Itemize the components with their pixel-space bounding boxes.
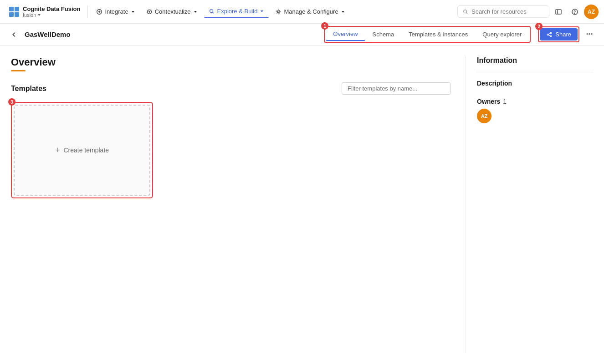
left-panel: Overview Templates 3 + Create template (11, 56, 451, 353)
app-title: Cognite Data Fusion (23, 5, 80, 13)
svg-point-1 (210, 9, 213, 12)
svg-point-9 (550, 32, 552, 34)
nav-integrate[interactable]: Integrate (92, 5, 139, 18)
back-button[interactable] (7, 30, 21, 40)
nav-explore-build[interactable]: Explore & Build (204, 5, 269, 18)
share-button[interactable]: Share (540, 28, 578, 40)
description-label: Description (477, 80, 593, 87)
filter-templates-input[interactable] (348, 85, 445, 92)
tab-query-explorer[interactable]: Query explorer (475, 28, 529, 40)
more-options-button[interactable]: ··· (582, 27, 597, 42)
main-content: Overview Templates 3 + Create template I… (0, 46, 604, 364)
owner-avatar[interactable]: AZ (477, 109, 491, 123)
overview-underline (11, 70, 26, 71)
help-btn[interactable] (568, 5, 582, 19)
tab-overview[interactable]: Overview (326, 28, 365, 41)
template-card-wrapper: 3 + Create template (11, 102, 153, 198)
user-avatar[interactable]: AZ (584, 5, 599, 19)
plus-icon: + (55, 146, 60, 155)
owners-count: 1 (503, 98, 507, 105)
share-icon (546, 31, 553, 38)
second-navigation: GasWellDemo 1 Overview Schema Templates … (0, 24, 604, 46)
create-template-label: Create template (63, 147, 109, 154)
nav-contextualize[interactable]: Contextualize (142, 5, 202, 18)
logo-area[interactable]: Cognite Data Fusion fusion (5, 5, 84, 18)
nav-manage-configure[interactable]: Manage & Configure (271, 5, 349, 18)
svg-rect-4 (556, 10, 561, 14)
templates-header: Templates (11, 82, 451, 95)
svg-point-2 (277, 10, 279, 12)
filter-input-wrap[interactable] (342, 82, 451, 95)
information-title: Information (477, 56, 593, 65)
top-navigation: Cognite Data Fusion fusion Integrate Con… (0, 0, 604, 24)
page-title: GasWellDemo (25, 30, 71, 38)
svg-point-8 (547, 34, 548, 35)
templates-section: Templates 3 + Create template (11, 82, 451, 198)
badge-3: 3 (8, 98, 15, 106)
right-panel: Information Description Owners 1 AZ (466, 56, 593, 353)
owners-label: Owners (477, 98, 500, 105)
templates-title: Templates (11, 85, 46, 93)
owners-row: Owners 1 (477, 98, 593, 105)
tab-templates-instances[interactable]: Templates & instances (401, 28, 475, 40)
logo-text: Cognite Data Fusion fusion (23, 5, 80, 18)
search-bar[interactable] (457, 5, 549, 18)
app-subtitle: fusion (23, 12, 80, 18)
info-divider (477, 72, 593, 72)
svg-point-7 (574, 13, 575, 14)
overview-heading: Overview (11, 56, 451, 68)
logo-icon (9, 7, 19, 17)
tab-schema[interactable]: Schema (365, 28, 402, 40)
create-template-card[interactable]: + Create template (14, 105, 150, 196)
svg-point-3 (464, 10, 467, 13)
search-icon (462, 9, 469, 15)
search-input[interactable] (471, 8, 544, 15)
svg-point-10 (550, 35, 552, 37)
share-btn-wrapper: 2 Share (538, 26, 579, 42)
sidebar-toggle-btn[interactable] (551, 5, 566, 19)
tabs-container: 1 Overview Schema Templates & instances … (324, 26, 531, 43)
nav-divider (87, 5, 88, 18)
second-nav-actions: 2 Share ··· (538, 26, 597, 42)
